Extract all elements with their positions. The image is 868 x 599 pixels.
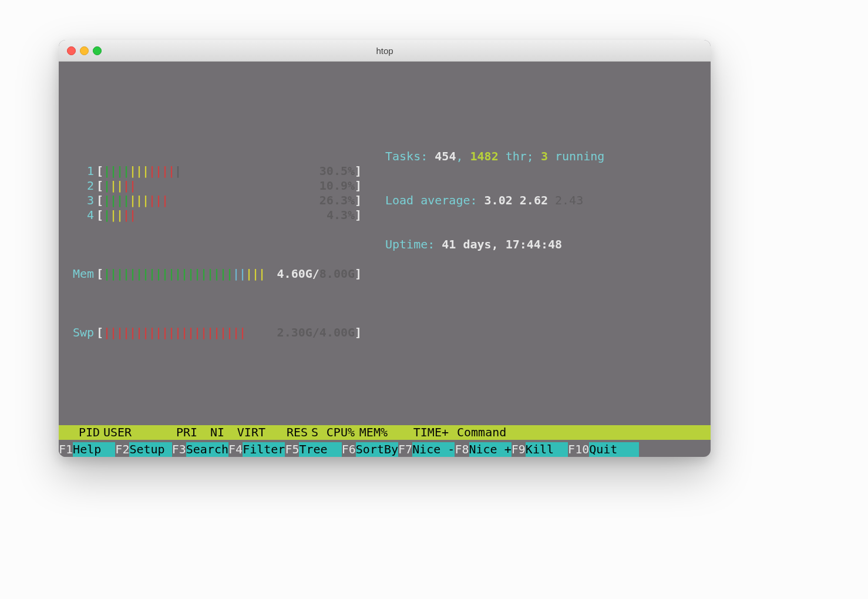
uptime-line: Uptime: 41 days, 17:44:48 bbox=[385, 237, 701, 252]
fkey-F9: F9 bbox=[512, 442, 526, 457]
fkey-label-setup[interactable]: Setup bbox=[129, 442, 171, 457]
fkey-F2: F2 bbox=[115, 442, 129, 457]
cpu-bracket-close: ] bbox=[355, 179, 362, 193]
col-pid[interactable]: PID bbox=[62, 425, 100, 440]
function-key-bar: F1Help F2Setup F3SearchF4FilterF5Tree F6… bbox=[59, 442, 711, 457]
cpu-bracket-open: [ bbox=[96, 179, 103, 193]
fkey-F10: F10 bbox=[568, 442, 589, 457]
mem-bar: |||||||||||||||||||||||||4.60G/8.00G bbox=[103, 267, 355, 281]
meters-left: 1[||||||||||||30.5%]2[|||||10.9%]3[|||||… bbox=[70, 120, 377, 369]
col-user[interactable]: USER bbox=[100, 425, 166, 440]
col-time[interactable]: TIME+ bbox=[388, 425, 449, 440]
swp-meter: Swp[||||||||||||||||||||||2.30G/4.00G] bbox=[70, 325, 377, 340]
meters-area: 1[||||||||||||30.5%]2[|||||10.9%]3[|||||… bbox=[59, 120, 711, 381]
cpu-percent: 10.9% bbox=[319, 179, 355, 193]
cpu-bar: |||||4.3% bbox=[103, 208, 355, 223]
load1: 3.02 bbox=[485, 193, 513, 207]
cpu-bar: |||||10.9% bbox=[103, 179, 355, 193]
fkey-F1: F1 bbox=[59, 442, 73, 457]
cpu-bracket-close: ] bbox=[355, 208, 362, 223]
col-cmd[interactable]: Command bbox=[449, 425, 707, 440]
load-label: Load average: bbox=[385, 193, 485, 207]
cpu-bracket-open: [ bbox=[96, 193, 103, 208]
fkey-F7: F7 bbox=[398, 442, 412, 457]
threads-count: 1482 bbox=[470, 149, 499, 163]
tasks-count: 454 bbox=[435, 149, 456, 163]
cpu-meter-1: 1[||||||||||||30.5%] bbox=[70, 164, 377, 179]
fkey-F6: F6 bbox=[342, 442, 356, 457]
cpu-bar: ||||||||||||30.5% bbox=[103, 164, 355, 179]
col-pri[interactable]: PRI bbox=[166, 425, 197, 440]
mem-bracket-close: ] bbox=[355, 267, 362, 281]
cpu-label: 4 bbox=[70, 208, 96, 223]
fkey-label-nice-+[interactable]: Nice + bbox=[469, 442, 512, 457]
system-info: Tasks: 454, 1482 thr; 3 running Load ave… bbox=[377, 120, 701, 369]
mem-bracket-open: [ bbox=[96, 267, 103, 281]
fkey-F4: F4 bbox=[228, 442, 243, 457]
swp-value: 2.30G/4.00G bbox=[277, 325, 355, 340]
terminal-body[interactable]: 1[||||||||||||30.5%]2[|||||10.9%]3[|||||… bbox=[59, 62, 711, 457]
cpu-meter-2: 2[|||||10.9%] bbox=[70, 179, 377, 193]
col-res[interactable]: RES bbox=[265, 425, 308, 440]
titlebar: htop bbox=[59, 40, 711, 62]
swp-bracket-close: ] bbox=[355, 325, 362, 340]
cpu-label: 1 bbox=[70, 164, 96, 179]
cpu-bracket-close: ] bbox=[355, 193, 362, 208]
process-header[interactable]: PID USER PRI NI VIRT RES S CPU% MEM% TIM… bbox=[59, 425, 711, 440]
fkey-F8: F8 bbox=[455, 442, 469, 457]
load5: 2.62 bbox=[520, 193, 548, 207]
fkey-label-nice--[interactable]: Nice - bbox=[412, 442, 455, 457]
uptime-label: Uptime: bbox=[385, 237, 442, 251]
swp-bar: ||||||||||||||||||||||2.30G/4.00G bbox=[103, 325, 355, 340]
fkey-F5: F5 bbox=[285, 442, 299, 457]
running-count: 3 bbox=[541, 149, 548, 163]
col-cpu[interactable]: CPU% bbox=[322, 425, 355, 440]
cpu-percent: 26.3% bbox=[319, 193, 355, 208]
fkey-label-search[interactable]: Search bbox=[186, 442, 228, 457]
swp-label: Swp bbox=[70, 325, 96, 340]
mem-label: Mem bbox=[70, 267, 96, 281]
window-title: htop bbox=[59, 46, 711, 56]
load-line: Load average: 3.02 2.62 2.43 bbox=[385, 193, 701, 208]
fkey-label-kill[interactable]: Kill bbox=[526, 442, 568, 457]
swp-bracket-open: [ bbox=[96, 325, 103, 340]
cpu-label: 2 bbox=[70, 179, 96, 193]
fkey-label-help[interactable]: Help bbox=[73, 442, 115, 457]
cpu-label: 3 bbox=[70, 193, 96, 208]
tasks-label: Tasks: bbox=[385, 149, 435, 163]
col-ni[interactable]: NI bbox=[197, 425, 224, 440]
running-label: running bbox=[548, 149, 604, 163]
mem-value: 4.60G/8.00G bbox=[277, 267, 355, 281]
fkey-F3: F3 bbox=[172, 442, 186, 457]
cpu-percent: 4.3% bbox=[327, 208, 355, 223]
cpu-meter-4: 4[|||||4.3%] bbox=[70, 208, 377, 223]
cpu-bracket-close: ] bbox=[355, 164, 362, 179]
terminal-window: htop 1[||||||||||||30.5%]2[|||||10.9%]3[… bbox=[59, 40, 711, 457]
fkey-label-tree[interactable]: Tree bbox=[299, 442, 341, 457]
cpu-bracket-open: [ bbox=[96, 208, 103, 223]
col-virt[interactable]: VIRT bbox=[224, 425, 265, 440]
fkey-label-filter[interactable]: Filter bbox=[243, 442, 285, 457]
col-s[interactable]: S bbox=[308, 425, 322, 440]
uptime-value: 41 days, 17:44:48 bbox=[442, 237, 562, 251]
cpu-bar: ||||||||||26.3% bbox=[103, 193, 355, 208]
fkey-label-sortby[interactable]: SortBy bbox=[356, 442, 398, 457]
cpu-meter-3: 3[||||||||||26.3%] bbox=[70, 193, 377, 208]
load15: 2.43 bbox=[555, 193, 583, 207]
cpu-bracket-open: [ bbox=[96, 164, 103, 179]
fkey-label-quit[interactable]: Quit bbox=[589, 442, 638, 457]
mem-meter: Mem[|||||||||||||||||||||||||4.60G/8.00G… bbox=[70, 267, 377, 281]
col-mem[interactable]: MEM% bbox=[355, 425, 388, 440]
tasks-sep: , bbox=[456, 149, 470, 163]
tasks-line: Tasks: 454, 1482 thr; 3 running bbox=[385, 149, 701, 164]
thr-label: thr; bbox=[499, 149, 541, 163]
cpu-percent: 30.5% bbox=[319, 164, 355, 179]
